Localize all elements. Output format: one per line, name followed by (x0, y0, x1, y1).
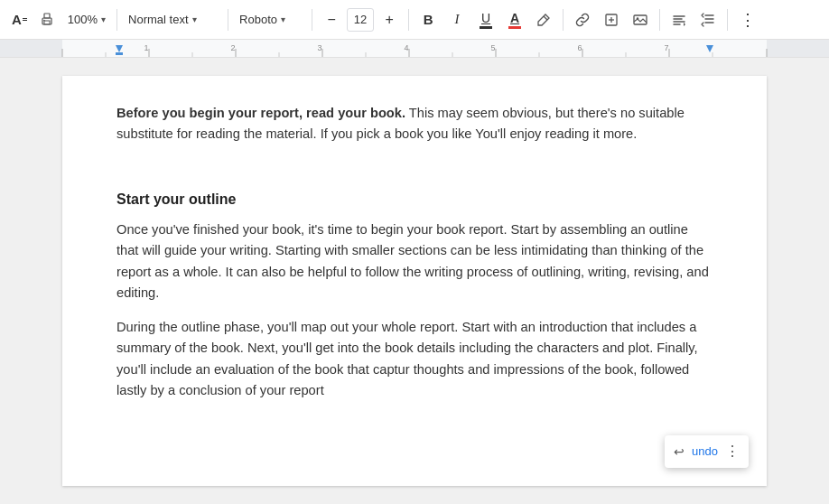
paragraph-1-bold: Before you begin your report, read your … (116, 106, 405, 120)
paragraph-2: Once you've finished your book, it's tim… (116, 219, 713, 304)
zoom-value: 100% (68, 13, 98, 26)
toolbar: A 100% ▾ Normal text ▾ Roboto ▾ − + (0, 0, 829, 40)
zoom-chevron-icon: ▾ (101, 14, 106, 24)
print-button[interactable] (33, 6, 61, 33)
svg-rect-20 (767, 40, 829, 58)
highlight-icon (536, 13, 551, 27)
align-button[interactable] (666, 6, 693, 33)
svg-rect-46 (116, 52, 123, 55)
zoom-dropdown[interactable]: 100% ▾ (62, 6, 111, 33)
svg-rect-18 (0, 40, 829, 58)
paragraph-3: During the outline phase, you'll map out… (116, 317, 713, 402)
svg-text:1: 1 (144, 43, 148, 52)
underline-button[interactable]: U (472, 6, 499, 33)
svg-point-3 (43, 19, 45, 21)
font-size-area: − + (318, 6, 403, 33)
svg-marker-14 (684, 23, 685, 26)
link-icon (575, 13, 590, 27)
bold-button[interactable]: B (414, 6, 442, 33)
text-style-icon: A (12, 12, 22, 27)
undo-button[interactable]: undo (692, 443, 718, 461)
font-color-button[interactable]: A (501, 6, 528, 33)
divider-5 (563, 9, 564, 31)
font-family-label: Roboto (239, 13, 277, 26)
font-size-input[interactable] (347, 8, 374, 32)
decrease-font-size-button[interactable]: − (318, 6, 345, 33)
italic-button[interactable]: I (443, 6, 470, 33)
underline-icon: U (480, 11, 492, 29)
image-button[interactable] (627, 6, 654, 33)
svg-rect-1 (44, 14, 50, 18)
svg-text:2: 2 (230, 43, 235, 52)
link-button[interactable] (569, 6, 596, 33)
insert-button[interactable] (598, 6, 625, 33)
italic-icon: I (455, 12, 460, 27)
line-spacing-icon (701, 13, 715, 27)
bold-icon: B (424, 12, 433, 27)
more-icon: ⋮ (740, 10, 755, 30)
insert-icon (604, 13, 619, 27)
svg-text:4: 4 (404, 43, 408, 52)
style-lines-icon (23, 18, 27, 21)
svg-line-4 (544, 16, 547, 20)
align-icon (672, 13, 686, 27)
svg-text:6: 6 (577, 43, 582, 52)
ruler: 1 2 3 4 5 6 7 (0, 40, 829, 58)
divider-7 (727, 9, 728, 31)
document-area: Before you begin your report, read your … (0, 58, 829, 504)
font-family-dropdown[interactable]: Roboto ▾ (234, 6, 306, 33)
print-icon (40, 13, 54, 27)
highlight-button[interactable] (530, 6, 557, 33)
undo-arrow-icon: ↩ (674, 443, 685, 462)
heading-start-outline: Start your outline (116, 189, 713, 210)
undo-more-button[interactable]: ⋮ (725, 441, 740, 462)
more-options-button[interactable]: ⋮ (733, 6, 760, 33)
svg-text:3: 3 (317, 43, 321, 52)
divider-4 (408, 9, 409, 31)
divider-3 (312, 9, 312, 31)
svg-text:5: 5 (490, 43, 495, 52)
increase-font-size-button[interactable]: + (376, 6, 403, 33)
undo-toast: ↩ undo ⋮ (665, 435, 749, 468)
divider-6 (659, 9, 660, 31)
text-style-icon-button[interactable]: A (7, 6, 32, 33)
svg-rect-19 (0, 40, 62, 58)
text-style-chevron-icon: ▾ (192, 14, 197, 24)
paragraph-1: Before you begin your report, read your … (116, 103, 713, 145)
line-spacing-button[interactable] (694, 6, 722, 33)
text-style-label: Normal text (128, 13, 188, 26)
image-icon (633, 13, 647, 27)
divider-2 (228, 9, 228, 31)
font-color-icon: A (508, 11, 521, 29)
font-chevron-icon: ▾ (281, 14, 285, 24)
divider-1 (116, 9, 117, 31)
ruler-svg: 1 2 3 4 5 6 7 (0, 40, 829, 58)
svg-text:7: 7 (664, 43, 668, 52)
text-style-dropdown[interactable]: Normal text ▾ (123, 6, 222, 33)
page: Before you begin your report, read your … (62, 76, 767, 486)
